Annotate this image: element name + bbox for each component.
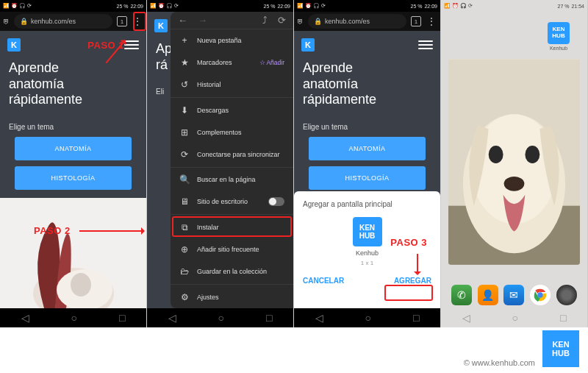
nav-recent[interactable]: □: [266, 312, 272, 324]
anatomy-button[interactable]: ANATOMÍA: [15, 137, 132, 160]
nav-back[interactable]: ◁: [168, 312, 176, 324]
android-nav-bar: ◁ ○ □: [441, 308, 587, 327]
more-menu-button[interactable]: ⋮: [426, 16, 437, 26]
menu-forward-icon: →: [198, 15, 207, 26]
lock-icon: 🔒: [314, 18, 322, 25]
webpage-content: K Aprende anatomía rápidamente Elige un …: [0, 31, 146, 308]
installed-app-icon[interactable]: KEN HUB Kenhub: [548, 22, 570, 51]
messages-app-icon[interactable]: ✉: [503, 285, 524, 305]
paso3-label: PASO 3: [390, 237, 427, 248]
shield-icon: ⛨: [3, 18, 10, 25]
camera-app-icon[interactable]: [556, 285, 577, 305]
url-field[interactable]: 🔒 kenhub.com/es: [308, 14, 406, 29]
url-field[interactable]: 🔒 kenhub.com/es: [14, 14, 112, 29]
nav-home[interactable]: ○: [512, 312, 518, 324]
menu-item-bookmarks[interactable]: ★Marcadores☆ Añadir: [171, 51, 293, 74]
paso2-arrow: [79, 230, 144, 232]
menu-item-history[interactable]: ↺Historial: [171, 74, 293, 96]
android-nav-bar: ◁ ○ □: [0, 308, 146, 327]
status-icons: 📶 ⏰ 🎧 ⟳: [444, 3, 473, 9]
menu-item-downloads[interactable]: ⬇Descargas: [171, 99, 293, 121]
add-bookmark-link[interactable]: ☆ Añadir: [259, 59, 284, 66]
paso2-label: PASO 2: [34, 225, 71, 236]
status-bar: 📶 ⏰ 🎧 ⟳ 27 %21:54: [441, 0, 587, 12]
chrome-app-icon[interactable]: [530, 285, 551, 305]
reload-icon[interactable]: ⟳: [278, 15, 286, 26]
shield-icon: ⛨: [297, 18, 304, 25]
dialog-cancel-button[interactable]: CANCELAR: [303, 277, 344, 285]
separator: [171, 214, 293, 215]
image-footer: © www.kenhub.com KEN HUB: [464, 330, 579, 367]
menu-back-icon[interactable]: ←: [178, 15, 187, 26]
menu-item-addons[interactable]: ⊞Complementos: [171, 121, 293, 143]
url-text: kenhub.com/es: [31, 18, 76, 25]
dialog-app-dim: 1 x 1: [361, 260, 373, 266]
kenhub-logo: K: [301, 38, 315, 51]
android-nav-bar: ◁ ○ □: [294, 308, 440, 327]
battery-text: 25 %: [117, 4, 129, 9]
histology-button[interactable]: HISTOLOGÍA: [309, 166, 426, 190]
nav-home[interactable]: ○: [71, 312, 77, 324]
kenhub-logo[interactable]: K: [7, 38, 21, 51]
menu-item-sync[interactable]: ⟳Conectarse para sincronizar: [171, 143, 293, 166]
paso3-arrow: [417, 254, 418, 274]
menu-item-add-top-site[interactable]: ⊕Añadir sitio frecuente: [171, 238, 293, 260]
svg-point-8: [525, 146, 539, 163]
addons-icon: ⊞: [179, 127, 190, 138]
nav-back[interactable]: ◁: [315, 312, 323, 324]
menu-item-find[interactable]: 🔍Buscar en la página: [171, 168, 293, 191]
screenshot-step-1: 📶 ⏰ 🎧 ⟳ 25 % 22:09 ⛨ 🔒 kenhub.com/es 1 ⋮…: [0, 0, 146, 327]
screenshot-homescreen: 📶 ⏰ 🎧 ⟳ 27 %21:54 KEN HUB Kenhub: [441, 0, 587, 327]
svg-point-2: [71, 273, 91, 296]
dialog-title: Agregar a pantalla principal: [303, 200, 431, 208]
desktop-site-toggle[interactable]: [268, 197, 284, 206]
nav-home[interactable]: ○: [218, 312, 224, 324]
nav-back[interactable]: ◁: [462, 312, 470, 324]
download-icon: ⬇: [179, 105, 190, 116]
nav-recent[interactable]: □: [413, 312, 419, 324]
nav-recent[interactable]: □: [560, 312, 566, 324]
menu-item-install[interactable]: ⧉Instalar: [171, 216, 293, 238]
dialog-app-name: Kenhub: [356, 249, 379, 257]
anatomy-button[interactable]: ANATOMÍA: [309, 137, 426, 160]
screenshot-step-2: 📶 ⏰ 🎧 ⟳ 25 %22:09 K Ap rá Eli ◁ ○ □ ← → …: [147, 0, 293, 327]
add-topsite-icon: ⊕: [179, 244, 190, 255]
separator: [171, 284, 293, 285]
menu-item-settings[interactable]: ⚙Ajustes: [171, 286, 293, 308]
star-icon: ★: [179, 57, 190, 68]
copyright-text: © www.kenhub.com: [464, 358, 535, 367]
nav-back[interactable]: ◁: [21, 312, 29, 324]
nav-home[interactable]: ○: [365, 312, 371, 324]
page-headline: Aprende anatomía rápidamente: [294, 56, 419, 116]
screenshot-step-3: 📶 ⏰ 🎧 ⟳ 25 %22:09 ⛨ 🔒 kenhub.com/es 1 ⋮ …: [294, 0, 440, 327]
menu-item-save-collection[interactable]: 🗁Guardar en la colección: [171, 260, 293, 283]
tab-count[interactable]: 1: [117, 16, 127, 26]
menu-item-new-tab[interactable]: +Nueva pestaña: [171, 29, 293, 51]
contacts-app-icon[interactable]: 👤: [478, 285, 498, 305]
dialog-add-button[interactable]: AGREGAR: [394, 277, 431, 285]
lock-icon: 🔒: [20, 18, 28, 25]
separator: [171, 97, 293, 98]
share-icon[interactable]: ⤴: [262, 15, 268, 26]
svg-point-7: [489, 146, 503, 163]
more-menu-button[interactable]: ⋮: [132, 16, 143, 26]
sync-icon: ⟳: [179, 149, 190, 160]
menu-item-desktop-site[interactable]: 🖥Sitio de escritorio: [171, 191, 293, 213]
status-icons: 📶 ⏰ 🎧 ⟳: [297, 3, 326, 9]
nav-recent[interactable]: □: [119, 312, 125, 324]
collection-icon: 🗁: [179, 266, 190, 277]
kenhub-footer-logo: KEN HUB: [542, 330, 579, 367]
status-bar: 📶 ⏰ 🎧 ⟳ 25 %22:09: [147, 0, 293, 12]
history-icon: ↺: [179, 79, 190, 90]
plus-icon: +: [179, 35, 190, 46]
page-subhead: Elige un tema: [0, 116, 146, 137]
hamburger-menu-icon[interactable]: [418, 40, 433, 49]
wallpaper-photo: [448, 59, 580, 265]
search-icon: 🔍: [179, 174, 190, 185]
tab-count[interactable]: 1: [411, 16, 421, 26]
firefox-menu-panel: ← → ⤴ ⟳ +Nueva pestaña ★Marcadores☆ Añad…: [171, 12, 293, 308]
phone-app-icon[interactable]: ✆: [451, 285, 472, 305]
status-bar: 📶 ⏰ 🎧 ⟳ 25 %22:09: [294, 0, 440, 12]
kenhub-logo: K: [154, 19, 168, 32]
histology-button[interactable]: HISTOLOGÍA: [15, 166, 132, 190]
